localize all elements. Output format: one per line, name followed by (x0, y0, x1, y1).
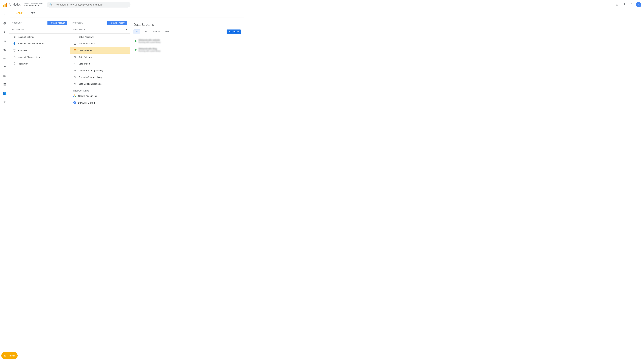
stream-name-1: Webandcrafts website (138, 39, 237, 41)
property-col-close[interactable]: × (126, 28, 127, 31)
sidebar-item-realtime[interactable]: ⏱ (1, 19, 9, 27)
explore-icon: ▦ (3, 74, 6, 78)
audiences-icon: 👥 (3, 91, 6, 95)
trash-icon: 🗑 (13, 62, 16, 65)
property-select-wrap: Select an info × (70, 27, 130, 33)
advertising-icon: ☆ (3, 100, 6, 104)
menu-item-bigquery-linking[interactable]: BigQuery Linking (70, 99, 130, 106)
trash-can-label: Trash Can (18, 62, 28, 65)
create-property-button[interactable]: + Create Property (107, 21, 127, 25)
flag-icon: ⚑ (3, 65, 6, 69)
menu-item-data-deletion-requests[interactable]: Del Data Deletion Requests (70, 80, 130, 87)
menu-item-property-settings[interactable]: Property Settings (70, 40, 130, 47)
all-filters-label: All Filters (18, 49, 27, 52)
menu-item-data-streams[interactable]: Data Streams (70, 47, 130, 54)
search-bar: 🔍 (46, 2, 130, 7)
ds-filter-ios[interactable]: iOS (142, 29, 149, 34)
sidebar-item-insights[interactable]: ✦ (1, 28, 9, 36)
account-name[interactable]: Webandcrafts ▾ (24, 4, 42, 7)
sidebar-item-lifecycle[interactable]: ◎ (1, 37, 9, 45)
property-history-icon: ⊙ (73, 75, 76, 79)
account-selector[interactable]: Accounts > Webandcrafts Webandcrafts ▾ (24, 2, 42, 7)
svg-rect-0 (3, 5, 4, 7)
stream-status-dot-2 (135, 49, 136, 51)
search-input-wrap: 🔍 (46, 2, 130, 7)
sidebar-item-events[interactable]: ✏ (1, 54, 9, 62)
stream-item-1[interactable]: Webandcrafts website Running with a pixe… (134, 37, 241, 45)
history-icon: ⊙ (13, 55, 16, 59)
ds-filter-android[interactable]: Android (150, 29, 162, 34)
search-input[interactable] (54, 3, 128, 6)
menu-item-account-user-mgmt[interactable]: 👤 Account User Management (10, 40, 70, 47)
data-streams-title: Data Streams (134, 23, 241, 27)
insights-icon: ✦ (3, 30, 6, 34)
lifecycle-icon: ◎ (4, 39, 6, 42)
account-col-label: Account (12, 22, 22, 24)
sidebar-item-audiences[interactable]: 👥 (1, 89, 9, 97)
add-stream-button[interactable]: Add stream (226, 29, 241, 34)
setup-assistant-label: Setup Assistant (78, 36, 94, 38)
bigquery-icon (73, 101, 76, 105)
menu-item-all-filters[interactable]: ▽ All Filters (10, 47, 70, 54)
account-col-header: Account + Create Account (10, 20, 70, 27)
svg-rect-4 (74, 43, 76, 43)
menu-item-account-change-history[interactable]: ⊙ Account Change History (10, 54, 70, 60)
tab-user[interactable]: USER (26, 9, 38, 17)
svg-rect-5 (74, 43, 76, 44)
data-import-label: Data Import (78, 62, 90, 65)
account-change-history-label: Account Change History (18, 56, 42, 58)
menu-item-property-change-history[interactable]: ⊙ Property Change History (70, 74, 130, 80)
property-select-label: Select an info (72, 28, 85, 31)
menu-item-default-reporting-identity[interactable]: ID Default Reporting Identity (70, 67, 130, 74)
svg-rect-7 (74, 49, 76, 50)
account-select-wrap: Select an info × (10, 27, 70, 33)
stream-sub-2: Running with a pixel library (138, 50, 237, 52)
svg-point-10 (73, 96, 74, 97)
property-column: Property + Create Property Select an inf… (70, 17, 130, 137)
stream-name-2: Webandcrafts Blog (138, 47, 237, 50)
data-streams-panel: Data Streams All iOS Android Web Add str… (130, 17, 244, 137)
tab-admin[interactable]: ADMIN (14, 9, 26, 17)
menu-item-google-ads-linking[interactable]: Google Ads Linking (70, 92, 130, 99)
svg-rect-8 (74, 50, 76, 50)
menu-item-data-settings[interactable]: ⊚ Data Settings (70, 54, 130, 60)
property-change-history-label: Property Change History (78, 76, 102, 78)
setup-icon (73, 35, 76, 38)
app-title: Analytics (9, 3, 21, 6)
create-account-button[interactable]: + Create Account (48, 21, 67, 25)
account-col-close[interactable]: × (65, 28, 67, 31)
menu-item-setup-assistant[interactable]: Setup Assistant (70, 33, 130, 40)
menu-item-trash-can[interactable]: 🗑 Trash Can (10, 60, 70, 67)
stream-sub-1: Running with a pixel library (138, 41, 237, 43)
svg-rect-6 (74, 44, 76, 44)
property-col-header: Property + Create Property (70, 20, 130, 27)
stream-status-dot-1 (135, 40, 136, 42)
menu-item-data-import[interactable]: ↑ Data Import (70, 60, 130, 67)
user-circle-icon: ◉ (3, 48, 6, 51)
sidebar-item-user[interactable]: ◉ (1, 45, 9, 54)
ds-filter-all[interactable]: All (134, 29, 140, 34)
sidebar-item-reports[interactable]: ☰ (1, 80, 9, 88)
account-settings-icon: ⊞ (13, 35, 16, 38)
default-reporting-identity-label: Default Reporting Identity (78, 69, 103, 72)
menu-item-account-settings[interactable]: ⊞ Account Settings (10, 33, 70, 40)
account-settings-label: Account Settings (18, 36, 34, 38)
property-col-label: Property (72, 22, 83, 24)
account-column: Account + Create Account Select an info … (10, 17, 70, 137)
realtime-icon: ⏱ (3, 22, 6, 25)
data-streams-icon (73, 49, 76, 52)
sidebar-item-explore[interactable]: ▦ (1, 72, 9, 80)
sidebar-item-conversions[interactable]: ⚑ (1, 63, 9, 71)
ds-filter-web[interactable]: Web (163, 29, 172, 34)
google-ads-icon (73, 94, 76, 98)
sidebar-item-advertising[interactable]: ☆ (1, 98, 9, 106)
analytics-logo-icon (3, 2, 8, 7)
top-nav: Analytics Accounts > Webandcrafts Weband… (0, 0, 244, 9)
main-content: ADMIN USER Account + Create Account Sele… (10, 9, 244, 137)
data-deletion-icon: Del (73, 82, 76, 85)
bigquery-linking-label: BigQuery Linking (78, 102, 95, 104)
stream-chevron-1: › (239, 39, 240, 42)
chevron-down-icon: ▾ (38, 4, 39, 7)
stream-item-2[interactable]: Webandcrafts Blog Running with a pixel l… (134, 45, 241, 54)
sidebar-item-home[interactable]: ⌂ (1, 11, 9, 19)
